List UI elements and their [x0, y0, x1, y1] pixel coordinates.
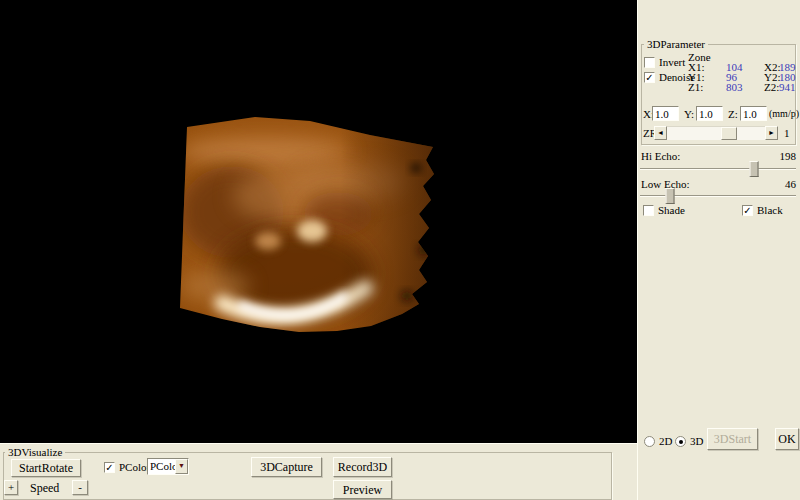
shade-checkbox — [643, 205, 654, 216]
app-window: 3DParameter Invert ✓ Denoise Zone X1: 10… — [0, 0, 800, 500]
speed-label: Speed — [30, 481, 59, 496]
preview-button[interactable]: Preview — [333, 480, 392, 499]
scale-z-label: Z: — [728, 108, 738, 120]
low-echo-thumb[interactable] — [665, 188, 674, 204]
zone-z2-label: Z2: — [764, 81, 779, 93]
parameter-group-title: 3DParameter — [644, 38, 708, 50]
pcolor-checkbox: ✓ — [104, 462, 115, 473]
zrate-scrollbar[interactable]: ◄ ► — [654, 126, 778, 140]
mode-3d-radio[interactable]: 3D — [675, 435, 703, 447]
scale-y-input[interactable] — [696, 106, 723, 121]
capture-3d-button[interactable]: 3DCapture — [251, 457, 322, 477]
black-label: Black — [757, 204, 783, 216]
radio-2d — [644, 436, 655, 447]
radio-3d-dot — [679, 440, 683, 444]
start3d-button[interactable]: 3DStart — [707, 428, 758, 450]
zone-z1-value: 803 — [726, 81, 743, 93]
pcolor-label: PColor — [119, 461, 150, 473]
black-checkbox: ✓ — [742, 205, 753, 216]
speed-minus-button[interactable]: - — [72, 480, 88, 495]
dropdown-arrow-icon[interactable]: ▼ — [175, 459, 188, 474]
pcolor-dropdown-value: PColor — [148, 459, 175, 474]
denoise-checkbox: ✓ — [644, 72, 655, 83]
record-3d-button[interactable]: Record3D — [333, 457, 392, 477]
zrate-track[interactable] — [667, 126, 765, 140]
speed-plus-button[interactable]: + — [4, 480, 18, 495]
scale-x-input[interactable] — [652, 106, 679, 121]
hi-echo-thumb[interactable] — [749, 161, 758, 177]
mode-3d-label: 3D — [690, 435, 703, 447]
scale-y-label: Y: — [684, 108, 694, 120]
scale-unit-label: (mm/p) — [769, 108, 799, 119]
zrate-thumb[interactable] — [721, 127, 737, 140]
zrate-value: 1 — [784, 127, 790, 139]
invert-label: Invert — [659, 56, 685, 68]
black-checkbox-row[interactable]: ✓ Black — [742, 204, 783, 216]
low-echo-slider[interactable] — [640, 188, 796, 204]
start-rotate-button[interactable]: StartRotate — [11, 459, 81, 477]
zone-z1-label: Z1: — [688, 81, 703, 93]
scroll-left-icon[interactable]: ◄ — [654, 126, 667, 140]
scroll-right-icon[interactable]: ► — [765, 126, 778, 140]
visualize-panel: 3DVisualize StartRotate + Speed - ✓ PCol… — [0, 443, 637, 500]
pcolor-checkbox-row[interactable]: ✓ PColor — [104, 461, 150, 473]
zone-z2-value: 941 — [779, 81, 796, 93]
invert-checkbox-row[interactable]: Invert — [644, 56, 685, 68]
shade-checkbox-row[interactable]: Shade — [643, 204, 685, 216]
3d-viewport[interactable] — [0, 0, 637, 443]
scale-z-input[interactable] — [740, 106, 767, 121]
shade-label: Shade — [658, 204, 685, 216]
hi-echo-track[interactable] — [640, 168, 796, 170]
radio-3d — [675, 436, 686, 447]
low-echo-track[interactable] — [640, 195, 796, 197]
visualize-group-title: 3DVisualize — [5, 446, 65, 458]
ultrasound-volume-render — [0, 0, 637, 443]
pcolor-dropdown[interactable]: PColor ▼ — [147, 458, 189, 475]
ok-button[interactable]: OK — [775, 428, 799, 450]
hi-echo-slider[interactable] — [640, 161, 796, 177]
parameter-panel: 3DParameter Invert ✓ Denoise Zone X1: 10… — [637, 0, 800, 500]
mode-2d-label: 2D — [659, 435, 672, 447]
invert-checkbox — [644, 57, 655, 68]
mode-2d-radio[interactable]: 2D — [644, 435, 672, 447]
